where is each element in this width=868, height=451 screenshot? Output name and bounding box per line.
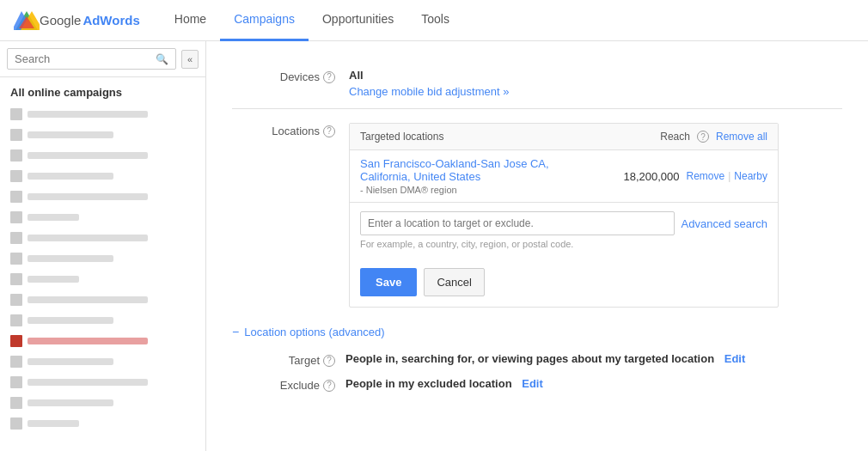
campaign-name bbox=[28, 399, 113, 406]
nav-opportunities[interactable]: Opportunities bbox=[309, 0, 407, 41]
cancel-button[interactable]: Cancel bbox=[424, 268, 484, 296]
list-item[interactable] bbox=[0, 228, 205, 248]
campaign-icon bbox=[10, 191, 22, 203]
campaign-name bbox=[28, 358, 113, 365]
location-reach: 18,200,000 bbox=[602, 170, 680, 183]
location-search-row: Advanced search bbox=[360, 211, 767, 235]
list-item[interactable] bbox=[0, 413, 205, 434]
location-options-toggle[interactable]: − Location options (advanced) bbox=[232, 325, 842, 338]
change-mobile-link[interactable]: Change mobile bid adjustment » bbox=[349, 85, 509, 98]
list-item-highlighted[interactable] bbox=[0, 331, 205, 351]
target-value-text: People in, searching for, or viewing pag… bbox=[345, 352, 714, 365]
locations-content: Targeted locations Reach ? Remove all Sa… bbox=[349, 123, 842, 308]
campaign-icon bbox=[10, 129, 22, 141]
location-search-input[interactable] bbox=[360, 211, 675, 235]
list-item[interactable] bbox=[0, 372, 205, 393]
advanced-search-link[interactable]: Advanced search bbox=[682, 217, 767, 230]
campaign-icon bbox=[10, 108, 22, 120]
target-value: People in, searching for, or viewing pag… bbox=[345, 352, 842, 365]
campaign-icon bbox=[10, 417, 22, 430]
locations-section: Locations ? Targeted locations Reach ? R… bbox=[232, 109, 842, 318]
campaign-icon bbox=[10, 211, 22, 223]
content-area: Devices ? All Change mobile bid adjustme… bbox=[206, 41, 868, 451]
list-item[interactable] bbox=[0, 289, 205, 310]
save-button[interactable]: Save bbox=[360, 268, 417, 296]
campaign-name bbox=[28, 131, 113, 138]
locations-label-text: Locations bbox=[272, 125, 320, 137]
targeted-locations-label: Targeted locations bbox=[360, 131, 443, 143]
location-link[interactable]: San Francisco-Oakland-San Jose CA, Calif… bbox=[360, 157, 549, 183]
campaign-name bbox=[28, 255, 113, 262]
nav-home[interactable]: Home bbox=[161, 0, 220, 41]
remove-all-link[interactable]: Remove all bbox=[716, 131, 767, 143]
campaign-name bbox=[28, 193, 148, 200]
campaign-name bbox=[28, 152, 148, 159]
location-buttons: Save Cancel bbox=[350, 261, 778, 307]
exclude-label-text: Exclude bbox=[280, 379, 320, 392]
exclude-value-text: People in my excluded location bbox=[345, 377, 512, 390]
logo-google-text: Google bbox=[40, 13, 81, 27]
list-item[interactable] bbox=[0, 125, 205, 145]
target-row: Target ? People in, searching for, or vi… bbox=[232, 352, 842, 367]
sidebar: 🔍 « All online campaigns bbox=[0, 41, 206, 451]
campaign-icon bbox=[10, 356, 22, 368]
target-label-text: Target bbox=[289, 354, 320, 367]
sidebar-search-box[interactable]: 🔍 bbox=[7, 48, 176, 70]
locations-help-icon[interactable]: ? bbox=[323, 125, 335, 137]
campaign-name bbox=[28, 317, 113, 324]
location-options-label: Location options (advanced) bbox=[244, 326, 384, 338]
campaign-icon bbox=[10, 149, 22, 162]
location-hint: For example, a country, city, region, or… bbox=[360, 235, 767, 258]
campaign-name bbox=[28, 338, 148, 344]
list-item[interactable] bbox=[0, 310, 205, 331]
remove-location-link[interactable]: Remove bbox=[687, 170, 725, 182]
main-layout: 🔍 « All online campaigns Devices ? bbox=[0, 41, 868, 451]
campaign-icon bbox=[10, 314, 22, 326]
list-item[interactable] bbox=[0, 269, 205, 289]
list-item[interactable] bbox=[0, 145, 205, 166]
list-item[interactable] bbox=[0, 248, 205, 269]
devices-help-icon[interactable]: ? bbox=[323, 71, 335, 83]
devices-label-text: Devices bbox=[280, 70, 320, 83]
devices-value: All bbox=[349, 69, 842, 82]
location-name: San Francisco-Oakland-San Jose CA, Calif… bbox=[360, 157, 596, 195]
campaign-name bbox=[28, 214, 79, 221]
exclude-help-icon[interactable]: ? bbox=[323, 380, 335, 392]
campaign-icon bbox=[10, 294, 22, 306]
location-options-section: − Location options (advanced) Target ? P… bbox=[232, 325, 842, 392]
reach-help-icon[interactable]: ? bbox=[697, 131, 709, 143]
campaign-name bbox=[28, 276, 79, 283]
list-item[interactable] bbox=[0, 207, 205, 228]
nearby-location-link[interactable]: Nearby bbox=[734, 170, 767, 182]
list-item[interactable] bbox=[0, 104, 205, 125]
action-separator: | bbox=[728, 170, 730, 182]
nav-tools[interactable]: Tools bbox=[407, 0, 463, 41]
locations-panel: Targeted locations Reach ? Remove all Sa… bbox=[349, 123, 779, 308]
search-input[interactable] bbox=[15, 52, 156, 65]
exclude-edit-link[interactable]: Edit bbox=[522, 377, 543, 390]
sidebar-collapse-button[interactable]: « bbox=[181, 50, 199, 69]
devices-content: All Change mobile bid adjustment » bbox=[349, 69, 842, 98]
list-item[interactable] bbox=[0, 351, 205, 372]
target-edit-link[interactable]: Edit bbox=[724, 352, 746, 365]
logo-icon bbox=[14, 9, 40, 32]
devices-label: Devices ? bbox=[232, 69, 335, 83]
list-item[interactable] bbox=[0, 186, 205, 207]
nav-campaigns[interactable]: Campaigns bbox=[220, 0, 309, 41]
exclude-row: Exclude ? People in my excluded location… bbox=[232, 377, 842, 392]
locations-table-header: Targeted locations Reach ? Remove all bbox=[350, 124, 778, 150]
campaign-icon bbox=[10, 273, 22, 285]
campaign-icon bbox=[10, 397, 22, 409]
target-label: Target ? bbox=[232, 352, 335, 367]
campaign-icon bbox=[10, 253, 22, 265]
target-help-icon[interactable]: ? bbox=[323, 355, 335, 367]
list-item[interactable] bbox=[0, 166, 205, 186]
campaign-name bbox=[28, 111, 148, 118]
location-actions: Remove | Nearby bbox=[687, 170, 768, 182]
minus-icon: − bbox=[232, 325, 239, 338]
devices-section: Devices ? All Change mobile bid adjustme… bbox=[232, 58, 842, 109]
campaign-name bbox=[28, 296, 148, 303]
top-nav: Google AdWords Home Campaigns Opportunit… bbox=[0, 0, 868, 41]
campaign-name bbox=[28, 420, 79, 427]
list-item[interactable] bbox=[0, 393, 205, 413]
